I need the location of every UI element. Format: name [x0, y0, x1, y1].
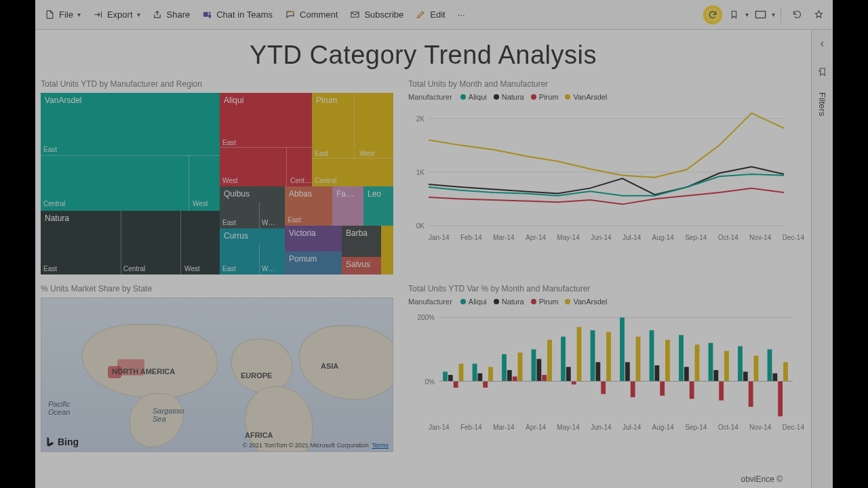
bookmark-button[interactable] — [724, 5, 744, 25]
treemap-node[interactable] — [381, 226, 393, 274]
svg-rect-30 — [547, 340, 552, 381]
bing-logo: Bing — [45, 436, 79, 447]
view-chevron-icon[interactable]: ▾ — [772, 11, 775, 18]
export-icon — [93, 9, 103, 20]
svg-rect-47 — [679, 335, 684, 381]
data-refresh-indicator[interactable] — [703, 5, 722, 24]
svg-rect-34 — [577, 327, 582, 382]
treemap-title: Total Units YTD by Manufacturer and Regi… — [41, 79, 393, 89]
svg-rect-0 — [203, 12, 208, 17]
bookmark-chevron-icon[interactable]: ▾ — [745, 11, 749, 18]
map-visual[interactable]: NORTH AMERICA EUROPE ASIA AFRICA Pacific… — [41, 298, 393, 452]
layout-icon — [755, 10, 766, 19]
map-label-sargasso: Sargasso Sea — [153, 407, 184, 423]
reset-button[interactable] — [787, 5, 807, 25]
svg-rect-16 — [448, 375, 453, 381]
treemap-node[interactable]: Barba — [342, 226, 381, 257]
subscribe-button[interactable]: Subscribe — [344, 7, 409, 22]
map-credits: © 2021 TomTom © 2021 Microsoft Corporati… — [243, 442, 389, 449]
svg-rect-49 — [690, 382, 694, 399]
svg-point-2 — [292, 10, 294, 13]
treemap-node[interactable]: CurrusEastW… — [220, 228, 285, 274]
share-button[interactable]: Share — [147, 7, 196, 22]
treemap-node[interactable]: Victoria — [285, 226, 342, 251]
file-icon — [45, 9, 55, 20]
svg-rect-40 — [625, 362, 630, 381]
svg-rect-45 — [660, 382, 665, 396]
svg-text:0%: 0% — [425, 378, 435, 386]
svg-rect-58 — [754, 356, 759, 382]
export-menu[interactable]: Export▾ — [87, 7, 146, 22]
map-label-na: NORTH AMERICA — [112, 367, 175, 375]
line-chart-card[interactable]: Total Units by Month and Manufacturer Ma… — [408, 79, 806, 274]
favorite-button[interactable] — [808, 5, 829, 25]
svg-rect-26 — [518, 352, 523, 381]
svg-rect-24 — [507, 370, 512, 381]
treemap-node[interactable]: QuibusEastW… — [220, 186, 285, 228]
svg-rect-29 — [542, 375, 547, 381]
treemap-node[interactable]: Pomum — [285, 251, 342, 274]
svg-rect-43 — [650, 330, 654, 381]
footer-brand: obviEnce © — [741, 474, 783, 484]
comment-button[interactable]: Comment — [279, 7, 343, 22]
more-menu[interactable]: ··· — [452, 7, 471, 22]
treemap-node[interactable]: AbbasEast — [285, 186, 332, 226]
treemap-node[interactable]: AliquiEastWestCent… — [220, 93, 312, 186]
treemap-node[interactable]: Salvus — [342, 257, 381, 274]
svg-rect-41 — [631, 382, 635, 398]
svg-rect-35 — [591, 330, 595, 381]
svg-rect-52 — [713, 370, 718, 381]
reset-icon — [792, 9, 802, 20]
svg-rect-20 — [477, 373, 482, 382]
bookmark-pane-icon — [817, 66, 828, 77]
map-title: % Units Market Share by State — [41, 284, 393, 293]
map-label-eu: EUROPE — [241, 371, 272, 380]
treemap-node[interactable]: Fa… — [332, 186, 363, 226]
bar-chart-title: Total Units YTD Var % by Month and Manuf… — [408, 284, 806, 293]
chat-teams-button[interactable]: Chat in Teams — [197, 7, 278, 22]
svg-rect-28 — [536, 359, 541, 382]
svg-rect-33 — [572, 382, 576, 385]
svg-rect-46 — [665, 340, 670, 381]
bookmarks-pane-icon[interactable] — [814, 64, 831, 80]
map-label-af: AFRICA — [245, 431, 273, 439]
mail-icon — [350, 9, 360, 20]
report-title: YTD Category Trend Analysis — [41, 41, 806, 70]
svg-rect-59 — [768, 349, 772, 381]
report-canvas: YTD Category Trend Analysis Total Units … — [35, 30, 811, 488]
line-chart-visual[interactable]: 0K1K2K — [408, 104, 788, 230]
line-x-axis: Jan-14Feb-14Mar-14Apr-14May-14Jun-14Jul-… — [408, 232, 806, 241]
treemap-visual[interactable]: VanArsdelEastCentralWestNaturaEastCentra… — [41, 93, 393, 274]
treemap-node[interactable]: Leo — [363, 186, 393, 226]
view-mode-button[interactable] — [750, 5, 770, 25]
svg-rect-27 — [532, 349, 536, 381]
svg-rect-57 — [749, 382, 753, 407]
file-menu[interactable]: File▾ — [39, 7, 86, 22]
svg-rect-15 — [443, 371, 448, 381]
svg-text:200%: 200% — [417, 314, 435, 321]
svg-rect-36 — [595, 362, 600, 381]
svg-text:1K: 1K — [416, 169, 425, 176]
svg-rect-48 — [684, 367, 689, 381]
treemap-node[interactable]: NaturaEastCentralWest — [41, 211, 220, 274]
svg-rect-62 — [783, 362, 788, 381]
svg-rect-19 — [473, 364, 477, 382]
pencil-icon — [416, 9, 426, 20]
svg-rect-38 — [606, 332, 611, 382]
treemap-node[interactable]: VanArsdelEastCentralWest — [41, 93, 220, 211]
filters-pane-toggle[interactable]: Filters — [817, 92, 827, 116]
side-pane: ‹ Filters — [811, 30, 833, 488]
map-terms-link[interactable]: Terms — [372, 442, 389, 449]
svg-rect-31 — [561, 337, 566, 382]
svg-rect-55 — [738, 346, 743, 382]
bar-chart-card[interactable]: Total Units YTD Var % by Month and Manuf… — [408, 284, 806, 452]
edit-button[interactable]: Edit — [410, 7, 450, 22]
refresh-icon — [708, 10, 717, 20]
bar-chart-visual[interactable]: 0%200% — [408, 308, 806, 422]
bar-x-axis: Jan-14Feb-14Mar-14Apr-14May-14Jun-14Jul-… — [408, 422, 806, 431]
svg-rect-50 — [695, 344, 700, 381]
treemap-node[interactable]: PirumEastWestCentral — [312, 93, 393, 186]
map-card[interactable]: % Units Market Share by State NORTH AMER… — [41, 284, 393, 452]
collapse-pane-button[interactable]: ‹ — [814, 35, 831, 52]
treemap-card[interactable]: Total Units YTD by Manufacturer and Regi… — [41, 79, 393, 274]
